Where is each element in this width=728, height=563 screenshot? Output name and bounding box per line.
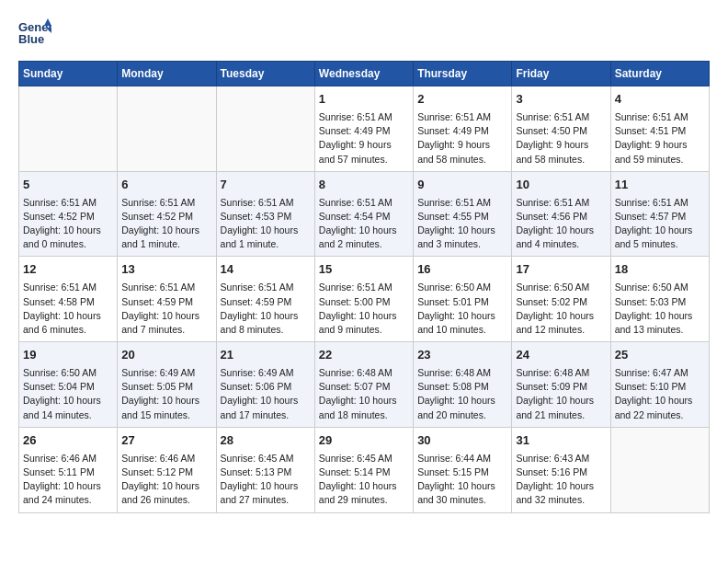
day-number: 5 [23, 177, 113, 194]
calendar-cell: 24Sunrise: 6:48 AMSunset: 5:09 PMDayligh… [512, 342, 610, 428]
cell-content: Daylight: 10 hours and 1 minute. [121, 224, 211, 251]
calendar-cell: 9Sunrise: 6:51 AMSunset: 4:55 PMDaylight… [414, 171, 512, 257]
day-number: 4 [615, 91, 705, 109]
day-number: 25 [615, 347, 705, 364]
calendar-cell: 10Sunrise: 6:51 AMSunset: 4:56 PMDayligh… [512, 171, 610, 257]
weekday-header-thursday: Thursday [414, 62, 512, 86]
day-number: 14 [221, 261, 311, 279]
calendar-table: SundayMondayTuesdayWednesdayThursdayFrid… [18, 61, 710, 513]
day-number: 18 [615, 261, 705, 279]
cell-content: Sunset: 4:54 PM [319, 210, 409, 224]
cell-content: Sunset: 4:51 PM [615, 124, 705, 138]
cell-content: Daylight: 10 hours and 32 minutes. [516, 479, 606, 507]
cell-content: Sunset: 5:02 PM [516, 295, 606, 309]
cell-content: Sunset: 5:08 PM [417, 380, 507, 394]
cell-content: Daylight: 10 hours and 1 minute. [221, 224, 311, 251]
cell-content: Sunset: 4:58 PM [23, 295, 113, 309]
cell-content: Daylight: 9 hours and 58 minutes. [516, 138, 606, 166]
calendar-cell: 28Sunrise: 6:45 AMSunset: 5:13 PMDayligh… [216, 427, 314, 512]
cell-content: Sunset: 4:49 PM [319, 124, 409, 138]
cell-content: Daylight: 10 hours and 9 minutes. [319, 309, 409, 337]
cell-content: Sunrise: 6:51 AM [23, 281, 113, 294]
cell-content: Sunrise: 6:44 AM [417, 452, 507, 465]
day-number: 31 [516, 432, 606, 450]
cell-content: Sunset: 4:50 PM [516, 124, 606, 138]
calendar-cell: 31Sunrise: 6:43 AMSunset: 5:16 PMDayligh… [512, 427, 610, 512]
weekday-header-saturday: Saturday [610, 62, 709, 86]
cell-content: Daylight: 10 hours and 4 minutes. [516, 224, 606, 251]
cell-content: Daylight: 9 hours and 58 minutes. [417, 138, 507, 166]
day-number: 23 [417, 347, 507, 364]
cell-content: Sunrise: 6:51 AM [615, 196, 705, 210]
cell-content: Sunrise: 6:51 AM [615, 110, 705, 124]
calendar-cell [216, 86, 314, 172]
day-number: 21 [221, 347, 311, 364]
calendar-body: 1Sunrise: 6:51 AMSunset: 4:49 PMDaylight… [19, 86, 710, 513]
calendar-cell: 27Sunrise: 6:46 AMSunset: 5:12 PMDayligh… [118, 427, 216, 512]
day-number: 8 [319, 177, 409, 194]
cell-content: Sunset: 5:09 PM [516, 380, 606, 394]
cell-content: Sunrise: 6:50 AM [516, 281, 606, 294]
cell-content: Sunset: 4:59 PM [121, 295, 211, 309]
cell-content: Sunrise: 6:43 AM [516, 452, 606, 465]
day-number: 24 [516, 347, 606, 364]
cell-content: Sunrise: 6:51 AM [121, 281, 211, 294]
cell-content: Sunset: 4:52 PM [23, 210, 113, 224]
calendar-cell: 23Sunrise: 6:48 AMSunset: 5:08 PMDayligh… [414, 342, 512, 428]
cell-content: Sunrise: 6:50 AM [615, 281, 705, 294]
cell-content: Sunrise: 6:51 AM [516, 196, 606, 210]
day-number: 30 [417, 432, 507, 450]
cell-content: Daylight: 9 hours and 57 minutes. [319, 138, 409, 166]
cell-content: Sunrise: 6:50 AM [417, 281, 507, 294]
cell-content: Daylight: 10 hours and 26 minutes. [121, 479, 211, 507]
calendar-cell: 26Sunrise: 6:46 AMSunset: 5:11 PMDayligh… [19, 427, 118, 512]
cell-content: Sunset: 4:52 PM [121, 210, 211, 224]
weekday-header-wednesday: Wednesday [314, 62, 413, 86]
cell-content: Daylight: 10 hours and 22 minutes. [615, 394, 705, 421]
calendar-cell: 5Sunrise: 6:51 AMSunset: 4:52 PMDaylight… [19, 171, 118, 257]
calendar-cell: 17Sunrise: 6:50 AMSunset: 5:02 PMDayligh… [512, 257, 610, 342]
calendar-cell: 8Sunrise: 6:51 AMSunset: 4:54 PMDaylight… [314, 171, 413, 257]
day-number: 22 [319, 347, 409, 364]
cell-content: Sunrise: 6:51 AM [516, 110, 606, 124]
cell-content: Daylight: 10 hours and 8 minutes. [221, 309, 311, 337]
cell-content: Sunrise: 6:51 AM [221, 196, 311, 210]
cell-content: Daylight: 10 hours and 18 minutes. [319, 394, 409, 421]
cell-content: Sunrise: 6:49 AM [121, 366, 211, 380]
cell-content: Daylight: 10 hours and 15 minutes. [121, 394, 211, 421]
weekday-header-friday: Friday [512, 62, 610, 86]
calendar-cell [118, 86, 216, 172]
cell-content: Sunrise: 6:51 AM [121, 196, 211, 210]
cell-content: Daylight: 10 hours and 21 minutes. [516, 394, 606, 421]
day-number: 20 [121, 347, 211, 364]
cell-content: Daylight: 10 hours and 7 minutes. [121, 309, 211, 337]
calendar-cell: 12Sunrise: 6:51 AMSunset: 4:58 PMDayligh… [19, 257, 118, 342]
weekday-header-monday: Monday [118, 62, 216, 86]
cell-content: Daylight: 10 hours and 27 minutes. [221, 479, 311, 507]
cell-content: Sunset: 4:49 PM [417, 124, 507, 138]
svg-text:Blue: Blue [18, 32, 44, 46]
calendar-cell: 1Sunrise: 6:51 AMSunset: 4:49 PMDaylight… [314, 86, 413, 172]
day-number: 13 [121, 261, 211, 279]
logo: General Blue [18, 18, 57, 52]
day-number: 28 [221, 432, 311, 450]
cell-content: Sunrise: 6:51 AM [417, 110, 507, 124]
page-header: General Blue [18, 18, 710, 52]
cell-content: Daylight: 10 hours and 30 minutes. [417, 479, 507, 507]
cell-content: Daylight: 10 hours and 0 minutes. [23, 224, 113, 251]
day-number: 3 [516, 91, 606, 109]
cell-content: Sunset: 5:07 PM [319, 380, 409, 394]
cell-content: Sunrise: 6:49 AM [221, 366, 311, 380]
cell-content: Daylight: 10 hours and 10 minutes. [417, 309, 507, 337]
cell-content: Sunset: 4:55 PM [417, 210, 507, 224]
cell-content: Daylight: 9 hours and 59 minutes. [615, 138, 705, 166]
cell-content: Sunset: 4:57 PM [615, 210, 705, 224]
cell-content: Sunrise: 6:51 AM [319, 196, 409, 210]
calendar-header: SundayMondayTuesdayWednesdayThursdayFrid… [19, 62, 710, 86]
day-number: 29 [319, 432, 409, 450]
cell-content: Daylight: 10 hours and 2 minutes. [319, 224, 409, 251]
day-number: 19 [23, 347, 113, 364]
calendar-cell: 7Sunrise: 6:51 AMSunset: 4:53 PMDaylight… [216, 171, 314, 257]
cell-content: Sunset: 5:11 PM [23, 465, 113, 479]
cell-content: Sunset: 5:14 PM [319, 465, 409, 479]
